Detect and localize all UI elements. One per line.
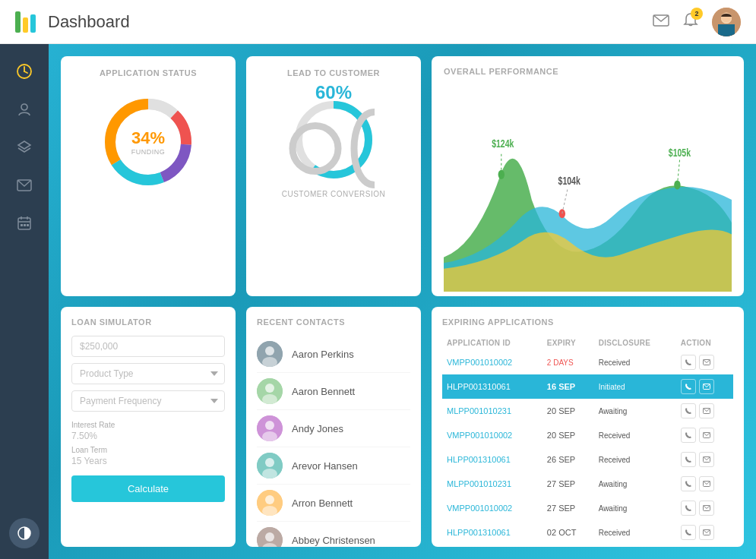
email-action-icon[interactable]: [699, 476, 714, 491]
call-action-icon[interactable]: [681, 452, 696, 467]
table-row[interactable]: MLPP001010231 20 SEP Awaiting: [442, 399, 733, 423]
disclosure-cell: Awaiting: [594, 472, 676, 496]
sidebar-item-mail[interactable]: [8, 169, 41, 202]
action-mail-icon: [703, 359, 710, 365]
expiring-table-body: VMPP001010002 2 DAYS Received HLPP001310…: [442, 350, 733, 545]
app-id-cell: MLPP001010231: [442, 472, 542, 496]
svg-rect-5: [718, 24, 735, 36]
loan-title: LOAN SIMULATOR: [71, 317, 225, 327]
contact-item[interactable]: Abbey Christensen: [257, 522, 410, 547]
calculate-button[interactable]: Calculate: [71, 475, 225, 502]
contact-name: Arevor Hansen: [292, 460, 358, 472]
svg-point-49: [265, 458, 274, 467]
mail-icon-wrap[interactable]: [653, 14, 669, 30]
loan-term-label: Loan Term: [71, 446, 225, 454]
product-type-select[interactable]: Product Type: [71, 363, 225, 384]
app-id-cell: VMPP001010002: [442, 350, 542, 374]
expiry-cell: 02 OCT: [542, 520, 594, 545]
call-action-icon[interactable]: [681, 403, 696, 418]
contact-item[interactable]: Aaron Perkins: [257, 336, 410, 373]
email-action-icon[interactable]: [699, 403, 714, 418]
action-icons: [681, 379, 729, 394]
table-row[interactable]: VMPP001010002 27 SEP Awaiting: [442, 496, 733, 520]
email-action-icon[interactable]: [699, 452, 714, 467]
notification-badge: 2: [691, 8, 703, 20]
contact-avatar: [257, 378, 283, 404]
clock-icon: [16, 63, 33, 80]
app-id-cell: MLPP001010231: [442, 399, 542, 423]
donut-chart: 34% FUNDING: [99, 93, 198, 191]
email-action-icon[interactable]: [699, 355, 714, 370]
svg-rect-17: [21, 224, 23, 226]
sidebar-bottom: [9, 518, 40, 548]
logo-bar-yellow: [23, 17, 28, 33]
table-row[interactable]: VMPP001010002 20 SEP Received: [442, 423, 733, 447]
disclosure-cell: Awaiting: [594, 399, 676, 423]
sidebar-item-layers[interactable]: [8, 131, 41, 164]
disclosure-cell: Received: [594, 423, 676, 447]
app-id-cell: HLPP001310061: [442, 447, 542, 472]
app-id-cell: HLPP001310061: [442, 520, 542, 545]
email-action-icon[interactable]: [699, 501, 714, 516]
svg-point-55: [265, 532, 274, 542]
sidebar-item-dashboard[interactable]: [8, 55, 41, 88]
person-icon: [288, 103, 379, 198]
action-mail-icon: [703, 408, 710, 414]
action-mail-icon: [703, 384, 710, 390]
action-mail-icon: [703, 529, 710, 535]
table-row[interactable]: HLPP001310061 02 OCT Received: [442, 520, 733, 545]
email-action-icon[interactable]: [699, 428, 714, 443]
sidebar-item-users[interactable]: [8, 93, 41, 126]
col-expiry: EXPIRY: [542, 336, 594, 350]
svg-text:$104k: $104k: [558, 175, 581, 188]
svg-point-52: [265, 495, 274, 504]
main-layout: APPLICATION STATUS: [0, 44, 756, 559]
call-action-icon[interactable]: [681, 379, 696, 394]
email-action-icon[interactable]: [699, 379, 714, 394]
phone-icon: [685, 383, 692, 390]
svg-marker-11: [18, 141, 30, 149]
contrast-icon: [17, 526, 31, 540]
payment-frequency-select[interactable]: Payment Frequency: [71, 390, 225, 412]
call-action-icon[interactable]: [681, 476, 696, 491]
table-row[interactable]: VMPP001010002 2 DAYS Received: [442, 350, 733, 374]
table-row[interactable]: HLPP001310061 16 SEP Initiated: [442, 374, 733, 399]
performance-chart: $124k $104k $105k: [444, 85, 732, 292]
expiry-cell: 27 SEP: [542, 472, 594, 496]
app-id-cell: VMPP001010002: [442, 496, 542, 520]
call-action-icon[interactable]: [681, 355, 696, 370]
contact-item[interactable]: Arron Bennett: [257, 485, 410, 522]
svg-point-29: [293, 126, 338, 172]
table-row[interactable]: MLPP001010231 27 SEP Awaiting: [442, 472, 733, 496]
action-cell: [676, 520, 733, 545]
table-row[interactable]: HLPP001310061 26 SEP Received: [442, 447, 733, 472]
theme-toggle[interactable]: [9, 518, 40, 548]
call-action-icon[interactable]: [681, 525, 696, 540]
sidebar-mail-icon: [17, 179, 32, 191]
user-avatar[interactable]: [712, 8, 741, 36]
expiry-cell: 2 DAYS: [542, 350, 594, 374]
disclosure-cell: Received: [594, 350, 676, 374]
call-action-icon[interactable]: [681, 428, 696, 443]
logo-bar-teal: [30, 14, 36, 33]
action-cell: [676, 399, 733, 423]
logo: [15, 11, 36, 33]
email-action-icon[interactable]: [699, 525, 714, 540]
svg-point-40: [265, 346, 274, 355]
loan-amount-input[interactable]: [71, 336, 225, 357]
sidebar-item-calendar[interactable]: [8, 207, 41, 240]
contact-item[interactable]: Andy Jones: [257, 410, 410, 447]
contact-item[interactable]: Arevor Hansen: [257, 447, 410, 485]
contact-item[interactable]: Aaron Bennett: [257, 373, 410, 410]
action-mail-icon: [703, 456, 710, 463]
svg-line-9: [24, 71, 27, 73]
phone-icon: [685, 456, 692, 463]
contact-name: Andy Jones: [292, 423, 343, 434]
call-action-icon[interactable]: [681, 501, 696, 516]
donut-label: 34% FUNDING: [131, 128, 166, 156]
layers-icon: [17, 140, 32, 155]
svg-rect-19: [27, 224, 29, 226]
action-icons: [681, 428, 729, 443]
bell-icon-wrap[interactable]: 2: [683, 12, 698, 32]
header: Dashboard 2: [0, 0, 756, 44]
